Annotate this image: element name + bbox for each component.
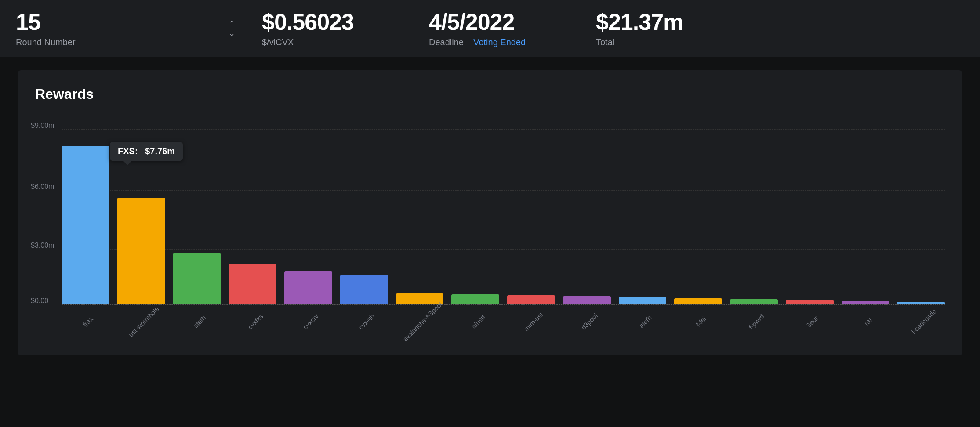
bar-group[interactable]: f-fei [674,120,722,304]
rewards-section: Rewards $9.00m $6.00m $3.00m $0.00 [18,70,962,355]
round-up-arrow[interactable]: ⌃ [229,20,235,28]
bar-alusd[interactable] [451,294,499,304]
total-label: Total [596,37,964,47]
bar-f-fei[interactable] [674,298,722,305]
bar-rai[interactable] [842,301,889,304]
total-card: $21.37m Total [580,0,980,57]
bar-f-cadcusdc[interactable] [897,302,945,304]
grid-line-0: $0.00 [62,304,945,305]
bar-f-pwrd[interactable] [730,299,778,305]
x-axis-label-aleth: aleth [637,314,653,329]
bar-group[interactable]: cvxeth [340,120,388,304]
header-row: 15 Round Number ⌃ ⌄ $0.56023 $/vlCVX 4/5… [0,0,980,57]
bar-mim-ust[interactable] [507,295,555,304]
deadline-value: 4/5/2022 [429,10,564,35]
chart-area: $9.00m $6.00m $3.00m $0.00 fraxust-wormh… [35,120,945,304]
bar-cvxeth[interactable] [340,275,388,304]
round-down-arrow[interactable]: ⌄ [229,29,235,37]
x-axis-label-d3pool: d3pool [580,312,599,331]
grid-label-6m: $6.00m [31,183,54,191]
bar-tooltip: FXS: $7.76m [110,142,183,161]
bar-d3pool[interactable] [563,296,611,304]
round-number-card: 15 Round Number ⌃ ⌄ [0,0,246,57]
x-axis-label-mim-ust: mim-ust [523,311,545,333]
x-axis-label-f-pwrd: f-pwrd [748,312,766,330]
x-axis-label-f-cadcusdc: f-cadcusdc [910,308,937,336]
round-number-label: Round Number [16,37,230,47]
tooltip-value: $7.76m [145,146,175,156]
bar-aleth[interactable] [619,297,667,304]
bar-group[interactable]: alusd [451,120,499,304]
voting-status: Voting Ended [473,37,526,47]
price-card: $0.56023 $/vlCVX [246,0,413,57]
round-number-stepper[interactable]: ⌃ ⌄ [229,20,235,37]
bar-cvxfxs[interactable] [229,264,276,304]
grid-label-0: $0.00 [31,297,48,305]
x-axis-label-ust-wormhole: ust-wormhole [127,305,160,338]
rewards-chart: $9.00m $6.00m $3.00m $0.00 fraxust-wormh… [35,120,945,340]
bar-steth[interactable] [173,253,221,305]
bar-group[interactable]: d3pool [563,120,611,304]
round-number-value: 15 [16,10,230,35]
bar-3eur[interactable] [786,300,834,305]
bars-area: fraxust-wormholestethcvxfxscvxcrvcvxetha… [62,120,945,304]
price-value: $0.56023 [262,10,397,35]
grid-label-3m: $3.00m [31,242,54,250]
bar-group[interactable]: mim-ust [507,120,555,304]
rewards-title: Rewards [35,86,945,102]
bar-group[interactable]: rai [842,120,889,304]
bar-group[interactable]: cvxcrv [284,120,332,304]
bar-group[interactable]: aleth [619,120,667,304]
x-axis-label-frax: frax [82,315,95,328]
x-axis-label-steth: steth [192,314,207,329]
x-axis-label-cvxfxs: cvxfxs [246,312,264,330]
bar-cvxcrv[interactable] [284,271,332,305]
x-axis-label-cvxcrv: cvxcrv [301,312,320,331]
total-value: $21.37m [596,10,964,35]
bar-group[interactable]: frax [62,120,109,304]
bar-ust-wormhole[interactable] [117,198,165,305]
x-axis-label-alusd: alusd [470,314,486,330]
bar-group[interactable]: avalanche-f-3pool [396,120,444,304]
x-axis-label-rai: rai [863,316,873,327]
bar-group[interactable]: cvxfxs [229,120,276,304]
x-axis-label-f-fei: f-fei [694,315,708,328]
x-axis-label-cvxeth: cvxeth [357,312,376,331]
x-axis-label-avalanche-f-3pool: avalanche-f-3pool [401,300,443,343]
price-label: $/vlCVX [262,37,397,47]
deadline-label: Deadline Voting Ended [429,37,564,47]
bar-frax[interactable] [62,146,109,304]
deadline-card: 4/5/2022 Deadline Voting Ended [413,0,580,57]
x-axis-label-3eur: 3eur [805,315,820,329]
bar-group[interactable]: 3eur [786,120,834,304]
bar-group[interactable]: f-pwrd [730,120,778,304]
tooltip-label: FXS: [118,146,138,156]
grid-label-9m: $9.00m [31,122,54,130]
bar-group[interactable]: f-cadcusdc [897,120,945,304]
